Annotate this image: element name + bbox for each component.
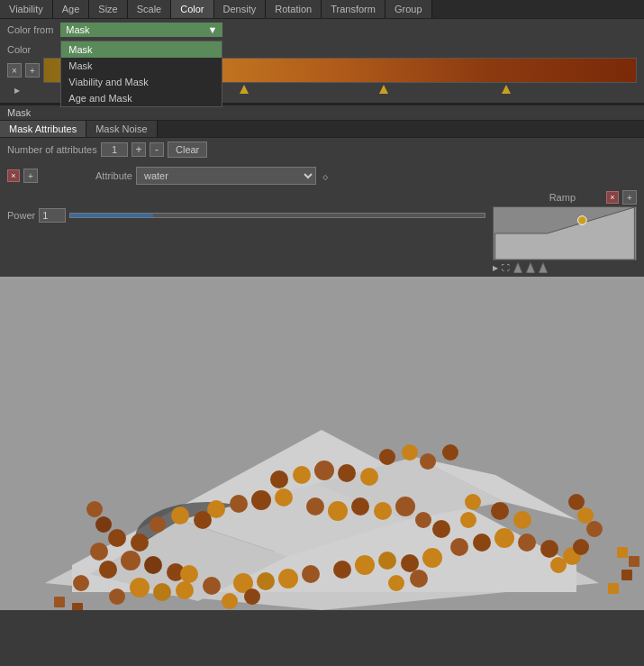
attribute-label: Attribute (95, 170, 132, 181)
mask-panel: Mask Mask Attributes Mask Noise Number o… (0, 104, 644, 277)
svg-point-57 (314, 461, 334, 480)
svg-point-73 (388, 575, 404, 591)
color-from-dropdown[interactable]: Mask ▼ Mask Mask Viability and Mask Age … (60, 23, 222, 37)
power-slider[interactable] (69, 213, 485, 218)
svg-point-68 (491, 502, 509, 520)
svg-point-80 (73, 575, 89, 591)
svg-point-81 (550, 557, 567, 573)
svg-point-44 (577, 507, 594, 524)
num-add-btn[interactable]: + (132, 142, 146, 157)
svg-point-31 (302, 565, 320, 583)
svg-rect-87 (54, 597, 65, 607)
svg-point-41 (540, 540, 558, 558)
tab-group[interactable]: Group (385, 0, 432, 18)
svg-point-22 (95, 516, 112, 533)
ramp-stop-1[interactable] (513, 262, 522, 273)
svg-point-65 (432, 520, 450, 538)
svg-point-18 (144, 556, 162, 574)
clear-btn[interactable]: Clear (168, 141, 207, 158)
mask-tab-noise[interactable]: Mask Noise (86, 121, 157, 137)
svg-point-27 (203, 577, 221, 595)
dropdown-item-mask1[interactable]: Mask (61, 41, 222, 58)
viewport[interactable] (0, 277, 644, 610)
top-panel: Viability Age Size Scale Color Density R… (0, 0, 644, 104)
attribute-row: × + Attribute water ⬦ (0, 165, 644, 187)
ramp-header: Ramp × + (493, 190, 637, 205)
svg-point-17 (121, 551, 141, 570)
ramp-canvas[interactable] (493, 206, 637, 260)
attr-add-btn[interactable]: + (23, 169, 38, 183)
svg-point-36 (422, 548, 442, 568)
svg-point-33 (355, 555, 375, 575)
tab-density[interactable]: Density (214, 0, 267, 18)
num-attributes-input[interactable] (101, 142, 128, 157)
svg-point-70 (109, 588, 125, 605)
svg-point-38 (473, 534, 491, 552)
svg-rect-85 (621, 570, 632, 580)
dropdown-item-age-mask[interactable]: Age and Mask (61, 90, 222, 106)
gradient-play-btn[interactable]: ▶ (14, 87, 23, 96)
tab-size[interactable]: Size (89, 0, 127, 18)
dropdown-item-mask2[interactable]: Mask (61, 58, 222, 74)
svg-point-50 (306, 497, 324, 515)
color-remove-btn[interactable]: × (7, 63, 22, 78)
num-minus-btn[interactable]: - (150, 142, 164, 157)
power-label: Power (7, 210, 35, 221)
attribute-select[interactable]: water (136, 167, 316, 185)
power-input[interactable] (39, 208, 66, 223)
dropdown-list: Mask Mask Viability and Mask Age and Mas… (60, 41, 222, 107)
attr-select-arrow: ⬦ (322, 169, 329, 183)
tab-age[interactable]: Age (53, 0, 90, 18)
svg-point-66 (460, 512, 476, 528)
svg-point-77 (420, 453, 436, 470)
svg-point-29 (257, 572, 275, 590)
ramp-section: Power Ramp × + ▶ ⛶ (0, 187, 644, 277)
ramp-add-btn[interactable]: + (622, 190, 637, 205)
svg-point-75 (379, 449, 395, 465)
svg-point-79 (465, 494, 481, 510)
mask-tabs: Mask Attributes Mask Noise (0, 121, 644, 138)
svg-point-26 (176, 581, 194, 599)
mask-tab-attributes[interactable]: Mask Attributes (0, 121, 86, 137)
attr-remove-btn[interactable]: × (7, 169, 20, 182)
tab-color[interactable]: Color (171, 0, 213, 18)
tab-rotation[interactable]: Rotation (266, 0, 322, 18)
color-add-btn[interactable]: + (25, 63, 40, 78)
gradient-stop-4[interactable] (502, 85, 511, 96)
svg-point-51 (328, 501, 348, 521)
svg-point-64 (194, 511, 212, 529)
svg-point-24 (130, 578, 150, 598)
svg-point-69 (513, 511, 531, 529)
svg-point-72 (244, 588, 260, 605)
svg-point-59 (360, 468, 378, 486)
svg-point-43 (586, 521, 603, 537)
tab-transform[interactable]: Transform (322, 0, 385, 18)
gradient-stop-2[interactable] (240, 85, 249, 96)
svg-point-23 (86, 501, 103, 517)
svg-point-47 (230, 495, 248, 513)
svg-rect-86 (608, 583, 619, 594)
ramp-curve-svg (494, 207, 636, 260)
dropdown-item-viability-mask[interactable]: Viability and Mask (61, 74, 222, 90)
ramp-stop-2[interactable] (526, 262, 535, 273)
svg-point-49 (275, 488, 293, 506)
dropdown-selected[interactable]: Mask ▼ (60, 23, 222, 37)
svg-point-52 (351, 497, 369, 515)
tab-bar: Viability Age Size Scale Color Density R… (0, 0, 644, 19)
ramp-remove-btn[interactable]: × (606, 191, 619, 204)
tab-scale[interactable]: Scale (128, 0, 172, 18)
svg-rect-84 (629, 556, 639, 567)
svg-rect-83 (617, 547, 628, 558)
ramp-controls-row: ▶ ⛶ (493, 262, 637, 273)
ramp-stop-3[interactable] (539, 262, 548, 273)
svg-point-40 (518, 534, 536, 552)
ramp-play-btn[interactable]: ▶ (493, 264, 498, 272)
tab-viability[interactable]: Viability (0, 0, 53, 18)
svg-point-61 (131, 534, 149, 552)
svg-point-37 (450, 538, 468, 556)
svg-point-67 (415, 512, 431, 528)
gradient-stop-3[interactable] (379, 85, 388, 96)
ramp-expand-btn[interactable]: ⛶ (502, 263, 510, 272)
svg-point-56 (293, 466, 311, 484)
svg-point-63 (171, 506, 189, 525)
